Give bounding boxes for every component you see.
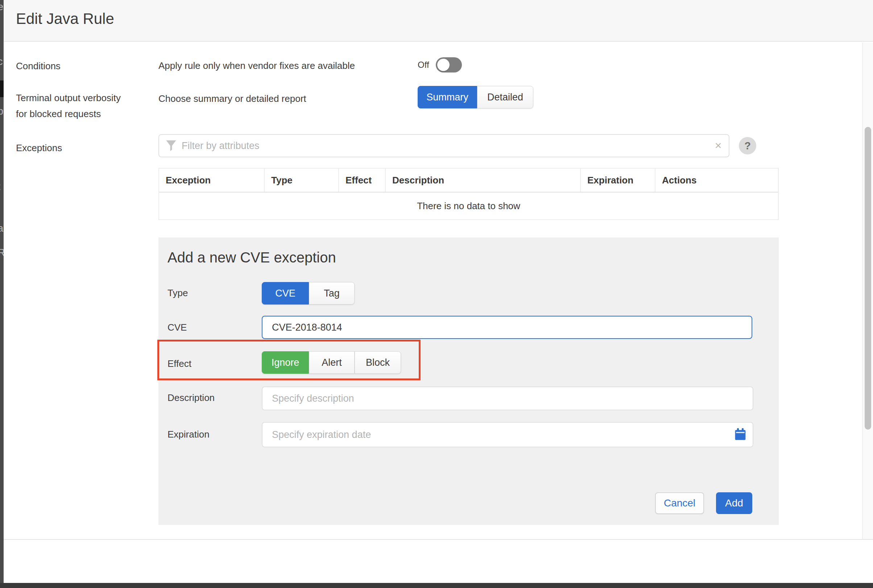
expiration-input[interactable] bbox=[262, 422, 753, 447]
type-tag-button[interactable]: Tag bbox=[309, 282, 355, 304]
filter-icon bbox=[166, 140, 177, 152]
background-text-fragment: a bbox=[0, 223, 3, 234]
column-header-description: Description bbox=[386, 169, 581, 192]
summary-option-button[interactable]: Summary bbox=[418, 86, 477, 108]
form-add-button[interactable]: Add bbox=[716, 492, 752, 514]
column-header-effect: Effect bbox=[339, 169, 386, 192]
background-page-strip: e c b t a R l l bbox=[0, 0, 4, 588]
detailed-option-button[interactable]: Detailed bbox=[477, 86, 533, 108]
modal-title: Edit Java Rule bbox=[16, 10, 114, 27]
verbosity-label-line2: for blocked requests bbox=[16, 106, 121, 122]
background-text-fragment: e bbox=[0, 2, 3, 13]
table-empty-message: There is no data to show bbox=[159, 192, 778, 219]
type-cve-button[interactable]: CVE bbox=[262, 282, 309, 304]
expiration-field bbox=[262, 422, 753, 447]
scrollbar-thumb[interactable] bbox=[865, 127, 871, 430]
effect-segmented-control: Ignore Alert Block bbox=[262, 351, 401, 374]
vendor-fixes-toggle[interactable] bbox=[436, 57, 462, 72]
description-input[interactable] bbox=[262, 387, 753, 410]
effect-ignore-button[interactable]: Ignore bbox=[262, 351, 309, 374]
modal-header: Edit Java Rule bbox=[4, 0, 873, 42]
add-exception-panel bbox=[158, 237, 779, 525]
exceptions-table-header: Exception Type Effect Description Expira… bbox=[159, 169, 778, 192]
edit-java-rule-dialog: e c b t a R l l Edit Java Rule Condition… bbox=[0, 0, 873, 588]
description-label: Description bbox=[168, 390, 214, 406]
background-text-fragment: R bbox=[0, 247, 4, 258]
exceptions-label: Exceptions bbox=[16, 140, 62, 156]
help-icon[interactable]: ? bbox=[739, 137, 756, 154]
filter-input[interactable] bbox=[158, 134, 729, 158]
vendor-fixes-toggle-group: Off bbox=[418, 57, 462, 72]
add-exception-title: Add a new CVE exception bbox=[168, 249, 336, 266]
background-page-bottom-strip bbox=[0, 583, 873, 588]
verbosity-label: Terminal output verbosity for blocked re… bbox=[16, 90, 121, 122]
toggle-knob bbox=[437, 59, 450, 71]
dialog-footer bbox=[4, 539, 873, 583]
toggle-state-label: Off bbox=[418, 60, 429, 70]
background-block-fragment bbox=[0, 81, 4, 97]
expiration-label: Expiration bbox=[168, 426, 210, 442]
background-text-fragment: t bbox=[0, 181, 1, 192]
verbosity-label-line1: Terminal output verbosity bbox=[16, 90, 121, 106]
conditions-description: Apply rule only when vendor fixes are av… bbox=[158, 59, 355, 72]
column-header-exception: Exception bbox=[159, 169, 265, 192]
form-cancel-button[interactable]: Cancel bbox=[655, 492, 704, 514]
type-label: Type bbox=[168, 285, 188, 301]
effect-label: Effect bbox=[168, 356, 191, 372]
column-header-expiration: Expiration bbox=[581, 169, 656, 192]
column-header-actions: Actions bbox=[656, 169, 778, 192]
type-segmented-control: CVE Tag bbox=[262, 282, 355, 304]
cve-label: CVE bbox=[168, 320, 187, 335]
cve-input[interactable] bbox=[262, 316, 752, 339]
clear-filter-icon[interactable]: × bbox=[709, 136, 727, 154]
scrollbar-track[interactable] bbox=[862, 42, 873, 539]
calendar-icon[interactable] bbox=[735, 428, 746, 441]
background-text-fragment: b bbox=[0, 106, 3, 117]
effect-block-button[interactable]: Block bbox=[355, 351, 401, 374]
conditions-label: Conditions bbox=[16, 58, 60, 74]
column-header-type: Type bbox=[265, 169, 339, 192]
verbosity-description: Choose summary or detailed report bbox=[158, 92, 306, 105]
background-text-fragment: c bbox=[0, 56, 3, 68]
effect-alert-button[interactable]: Alert bbox=[309, 351, 355, 374]
exceptions-table: Exception Type Effect Description Expira… bbox=[158, 168, 779, 220]
report-mode-segmented-control: Summary Detailed bbox=[418, 86, 533, 108]
